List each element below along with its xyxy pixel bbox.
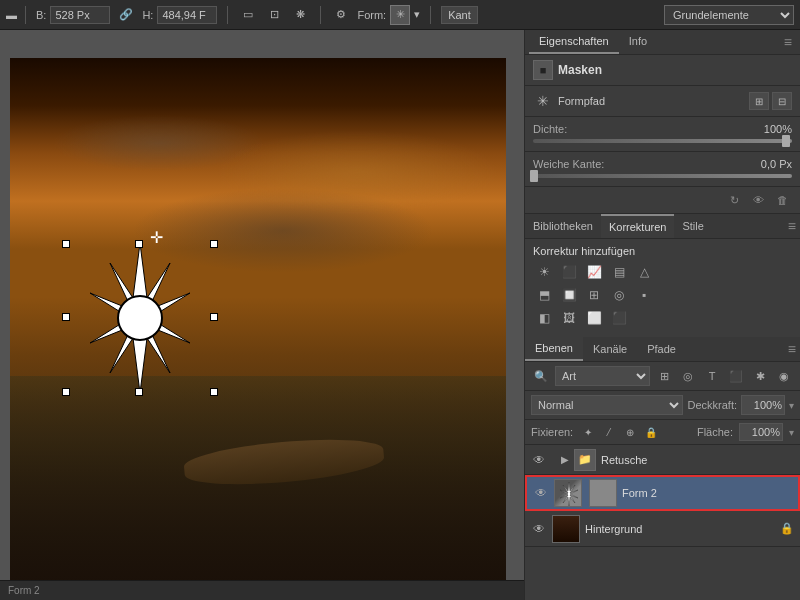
- canvas-info: Form 2: [8, 585, 40, 596]
- filter-search-icon[interactable]: 🔍: [531, 366, 551, 386]
- thumb-hintergrund: [552, 515, 580, 543]
- handle-tc: [135, 240, 143, 248]
- weiche-kante-label: Weiche Kante:: [533, 158, 604, 170]
- korrekturen-tabs: Bibliotheken Korrekturen Stile ≡: [525, 214, 800, 239]
- weiche-kante-section: Weiche Kante: 0,0 Px: [525, 152, 800, 187]
- weiche-kante-value: 0,0 Px: [761, 158, 792, 170]
- fix-icon-lock[interactable]: 🔒: [642, 424, 660, 440]
- kor-icon-tonemap[interactable]: ⬛: [558, 262, 580, 282]
- layers-tabs: Ebenen Kanäle Pfade ≡: [525, 337, 800, 362]
- kor-icon-grid1[interactable]: ⊞: [583, 285, 605, 305]
- link-icon[interactable]: 🔗: [116, 5, 136, 25]
- layer-row-hintergrund[interactable]: 👁 Hintergrund 🔒: [525, 511, 800, 547]
- layers-panel: Ebenen Kanäle Pfade ≡ 🔍 Art ⊞ ◎ T ⬛ ✱ ◉: [525, 337, 800, 547]
- filter-toggle[interactable]: ◉: [774, 366, 794, 386]
- transform-icon[interactable]: ⊡: [264, 5, 284, 25]
- kor-icon-sel1[interactable]: ⬛: [608, 308, 630, 328]
- flaeche-arrow[interactable]: ▾: [789, 427, 794, 438]
- prop-icon-refresh[interactable]: ↻: [724, 191, 744, 209]
- workspace-dropdown[interactable]: Grundelemente: [664, 5, 794, 25]
- height-input[interactable]: [157, 6, 217, 24]
- tab-korrekturen[interactable]: Korrekturen: [601, 214, 674, 238]
- kor-icon-circle1[interactable]: ◎: [608, 285, 630, 305]
- layer-name-retusche: Retusche: [601, 454, 794, 466]
- stroke-icon: ▬: [6, 9, 17, 21]
- opacity-input[interactable]: [741, 395, 785, 415]
- settings-icon[interactable]: ⚙: [331, 5, 351, 25]
- tab-stile[interactable]: Stile: [674, 215, 711, 237]
- filter-icon1[interactable]: ⊞: [654, 366, 674, 386]
- dichte-label: Dichte:: [533, 123, 567, 135]
- filter-icon5[interactable]: ✱: [750, 366, 770, 386]
- kor-icon-photo[interactable]: 🖼: [558, 308, 580, 328]
- kor-icon-square1[interactable]: ▪: [633, 285, 655, 305]
- filter-icon2[interactable]: ◎: [678, 366, 698, 386]
- tab-ebenen[interactable]: Ebenen: [525, 337, 583, 361]
- kor-icon-triangle[interactable]: △: [633, 262, 655, 282]
- kor-icon-color[interactable]: 🔲: [558, 285, 580, 305]
- toolbar-sep4: [430, 6, 431, 24]
- kor-icon-sun[interactable]: ☀: [533, 262, 555, 282]
- korrekturen-menu-btn[interactable]: ≡: [784, 214, 800, 238]
- toolbar-stroke-group: ▬: [6, 6, 30, 24]
- form-arrow[interactable]: ▾: [414, 8, 420, 21]
- tab-bibliotheken[interactable]: Bibliotheken: [525, 215, 601, 237]
- formpfad-btn2[interactable]: ⊟: [772, 92, 792, 110]
- toolbar-width-group: B:: [36, 6, 110, 24]
- width-input[interactable]: [50, 6, 110, 24]
- tab-pfade[interactable]: Pfade: [637, 338, 686, 360]
- blend-mode-select[interactable]: Normal: [531, 395, 683, 415]
- opacity-arrow[interactable]: ▾: [789, 400, 794, 411]
- handle-mr: [210, 313, 218, 321]
- eye-hintergrund[interactable]: 👁: [531, 521, 547, 537]
- kor-icon-hsl[interactable]: ⬒: [533, 285, 555, 305]
- filter-icon3[interactable]: T: [702, 366, 722, 386]
- svg-point-1: [118, 296, 162, 340]
- folder-arrow-retusche[interactable]: ▶: [561, 454, 569, 465]
- formpfad-btn1[interactable]: ⊞: [749, 92, 769, 110]
- prop-icon-eye[interactable]: 👁: [748, 191, 768, 209]
- eye-retusche[interactable]: 👁: [531, 452, 547, 468]
- canvas-bottom-bar: Form 2: [0, 580, 524, 600]
- right-panel: Eigenschaften Info ≡ ■ Masken ✳ Formpfad…: [524, 30, 800, 600]
- thumb-form2-mask: [589, 479, 617, 507]
- dichte-slider[interactable]: [533, 139, 792, 143]
- canvas-area[interactable]: ✛ Form 2: [0, 30, 524, 600]
- layer-name-hintergrund: Hintergrund: [585, 523, 775, 535]
- folder-icon-retusche: 📁: [574, 449, 596, 471]
- properties-menu-btn[interactable]: ≡: [780, 30, 796, 54]
- main-area: ✛ Form 2 Eigenschaften Info ≡ ■ Masken ✳…: [0, 30, 800, 600]
- rect-icon[interactable]: ▭: [238, 5, 258, 25]
- weiche-kante-slider[interactable]: [533, 174, 792, 178]
- svg-marker-2: [560, 482, 578, 506]
- formpfad-star-icon: ✳: [533, 91, 553, 111]
- layer-name-form2: Form 2: [622, 487, 792, 499]
- star-form-icon[interactable]: ✳: [390, 5, 410, 25]
- kor-icon-solid[interactable]: ⬜: [583, 308, 605, 328]
- kor-icon-levels[interactable]: ▤: [608, 262, 630, 282]
- fix-icon-move[interactable]: ✦: [579, 424, 597, 440]
- fix-icon-position[interactable]: ⊕: [621, 424, 639, 440]
- tab-info[interactable]: Info: [619, 30, 657, 54]
- eye-form2[interactable]: 👁: [533, 485, 549, 501]
- thumb-form2: [554, 479, 582, 507]
- filter-icon4[interactable]: ⬛: [726, 366, 746, 386]
- tab-eigenschaften[interactable]: Eigenschaften: [529, 30, 619, 54]
- layer-row-form2[interactable]: 👁 Form 2: [525, 475, 800, 511]
- prop-icon-delete[interactable]: 🗑: [772, 191, 792, 209]
- flaeche-input[interactable]: [739, 423, 783, 441]
- toolbar-sep3: [320, 6, 321, 24]
- kant-button[interactable]: Kant: [441, 6, 478, 24]
- kor-icon-curves[interactable]: 📈: [583, 262, 605, 282]
- tab-kanaele[interactable]: Kanäle: [583, 338, 637, 360]
- properties-tabs: Eigenschaften Info ≡: [525, 30, 800, 55]
- layers-filter-select[interactable]: Art: [555, 366, 650, 386]
- fix-icon-brush[interactable]: ∕: [600, 424, 618, 440]
- layers-icon[interactable]: ❋: [290, 5, 310, 25]
- handle-tl: [62, 240, 70, 248]
- fix-icons: ✦ ∕ ⊕ 🔒: [579, 424, 660, 440]
- layers-menu-btn[interactable]: ≡: [784, 337, 800, 361]
- main-toolbar: ▬ B: 🔗 H: ▭ ⊡ ❋ ⚙ Form: ✳ ▾ Kant Grundel…: [0, 0, 800, 30]
- layer-group-retusche[interactable]: 👁 ▶ 📁 Retusche: [525, 445, 800, 475]
- kor-icon-grad1[interactable]: ◧: [533, 308, 555, 328]
